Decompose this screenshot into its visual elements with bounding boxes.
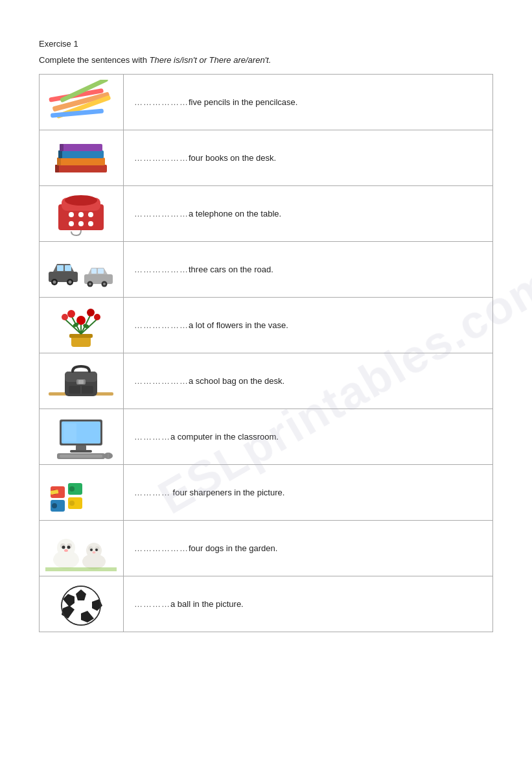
svg-rect-90 bbox=[45, 567, 117, 571]
svg-point-18 bbox=[88, 212, 93, 217]
svg-point-88 bbox=[95, 549, 98, 551]
svg-point-33 bbox=[89, 283, 91, 285]
image-cell-sharpeners bbox=[40, 465, 124, 521]
svg-rect-30 bbox=[91, 268, 97, 274]
svg-rect-59 bbox=[76, 445, 86, 451]
text-cell-2: ………………four books on the desk. bbox=[124, 130, 493, 186]
table-row: ………………a lot of flowers in the vase. bbox=[40, 298, 493, 353]
svg-rect-60 bbox=[70, 450, 92, 453]
dots-1: ……………… bbox=[134, 97, 189, 107]
dots-5: ……………… bbox=[134, 320, 189, 330]
text-cell-4: ………………three cars on the road. bbox=[124, 242, 493, 298]
image-cell-schoolbag bbox=[40, 353, 124, 409]
svg-point-45 bbox=[87, 309, 95, 316]
image-cell-pencils bbox=[40, 75, 124, 130]
dots-7: ………… bbox=[134, 432, 170, 442]
svg-point-20 bbox=[78, 221, 84, 226]
image-cell-telephone bbox=[40, 186, 124, 242]
table-row: ………………a telephone on the table. bbox=[40, 186, 493, 242]
svg-point-77 bbox=[57, 539, 75, 557]
dots-8: ………… bbox=[134, 488, 170, 497]
image-cell-dogs bbox=[40, 521, 124, 576]
svg-point-44 bbox=[67, 310, 75, 318]
image-cell-flowers bbox=[40, 298, 124, 353]
dots-2: ……………… bbox=[134, 153, 189, 163]
svg-point-19 bbox=[69, 221, 74, 226]
svg-point-15 bbox=[65, 195, 97, 206]
sentence-8: four sharpeners in the picture. bbox=[170, 488, 284, 497]
svg-rect-62 bbox=[60, 455, 102, 458]
dots-4: ……………… bbox=[134, 265, 189, 274]
text-cell-6: ………………a school bag on the desk. bbox=[124, 353, 493, 409]
table-row: ………………four dogs in the garden. bbox=[40, 521, 493, 576]
svg-rect-23 bbox=[57, 265, 64, 271]
svg-rect-6 bbox=[57, 158, 105, 165]
svg-point-70 bbox=[69, 486, 75, 492]
svg-point-46 bbox=[94, 314, 100, 320]
table-row: …………a computer in the classroom. bbox=[40, 409, 493, 465]
image-cell-books bbox=[40, 130, 124, 186]
instruction-prefix: Complete the sentences with bbox=[39, 55, 150, 65]
svg-rect-31 bbox=[98, 268, 104, 274]
text-cell-8: ………… four sharpeners in the picture. bbox=[124, 465, 493, 521]
text-cell-7: …………a computer in the classroom. bbox=[124, 409, 493, 465]
svg-rect-9 bbox=[55, 165, 59, 172]
sentence-10: a ball in the picture. bbox=[170, 599, 244, 609]
sentence-4: three cars on the road. bbox=[189, 265, 273, 274]
text-cell-3: ………………a telephone on the table. bbox=[124, 186, 493, 242]
dots-3: ……………… bbox=[134, 209, 189, 219]
table-row: ………………a school bag on the desk. bbox=[40, 353, 493, 409]
svg-point-87 bbox=[90, 549, 93, 551]
svg-rect-7 bbox=[58, 150, 104, 158]
svg-rect-8 bbox=[60, 144, 102, 151]
image-cell-cars bbox=[40, 242, 124, 298]
svg-rect-11 bbox=[58, 150, 62, 158]
svg-rect-10 bbox=[57, 158, 61, 165]
table-row: ………………four books on the desk. bbox=[40, 130, 493, 186]
svg-point-47 bbox=[62, 314, 68, 320]
svg-point-89 bbox=[93, 551, 96, 554]
sentence-2: four books on the desk. bbox=[189, 153, 276, 163]
svg-point-28 bbox=[69, 280, 72, 283]
svg-point-74 bbox=[69, 501, 75, 506]
text-cell-9: ………………four dogs in the garden. bbox=[124, 521, 493, 576]
svg-point-16 bbox=[69, 212, 74, 217]
dots-9: ……………… bbox=[134, 543, 189, 553]
text-cell-5: ………………a lot of flowers in the vase. bbox=[124, 298, 493, 353]
image-cell-computer bbox=[40, 409, 124, 465]
sentence-9: four dogs in the garden. bbox=[189, 543, 277, 553]
svg-rect-66 bbox=[64, 423, 76, 442]
text-cell-1: ………………five pencils in the pencilcase. bbox=[124, 75, 493, 130]
svg-point-81 bbox=[67, 545, 71, 549]
svg-rect-5 bbox=[55, 165, 107, 172]
svg-point-35 bbox=[103, 283, 106, 285]
svg-point-26 bbox=[53, 280, 56, 283]
svg-point-80 bbox=[62, 545, 65, 549]
table-row: ………………five pencils in the pencilcase. bbox=[40, 75, 493, 130]
table-row: …………a ball in the picture. bbox=[40, 576, 493, 632]
svg-point-72 bbox=[52, 503, 57, 508]
instruction: Complete the sentences with There is/isn… bbox=[39, 55, 493, 65]
table-row: ………… four sharpeners in the picture. bbox=[40, 465, 493, 521]
svg-rect-24 bbox=[65, 265, 71, 271]
svg-rect-37 bbox=[69, 334, 93, 338]
dots-10: ………… bbox=[134, 599, 170, 609]
table-row: ………………three cars on the road. bbox=[40, 242, 493, 298]
exercise-label: Exercise 1 bbox=[39, 39, 493, 49]
text-cell-10: …………a ball in the picture. bbox=[124, 576, 493, 632]
svg-rect-54 bbox=[78, 380, 84, 384]
svg-rect-12 bbox=[60, 144, 64, 151]
svg-point-17 bbox=[78, 212, 84, 217]
svg-point-84 bbox=[86, 543, 102, 558]
svg-point-82 bbox=[64, 549, 68, 552]
exercise-table: ………………five pencils in the pencilcase. bbox=[39, 74, 493, 632]
sentence-7: a computer in the classroom. bbox=[170, 432, 279, 442]
image-cell-ball bbox=[40, 576, 124, 632]
sentence-3: a telephone on the table. bbox=[189, 209, 281, 219]
instruction-italic: There is/isn't or There are/aren't. bbox=[150, 55, 272, 65]
sentence-5: a lot of flowers in the vase. bbox=[189, 320, 288, 330]
sentence-6: a school bag on the desk. bbox=[189, 376, 284, 386]
sentence-1: five pencils in the pencilcase. bbox=[189, 97, 297, 107]
dots-6: ……………… bbox=[134, 376, 189, 386]
svg-point-21 bbox=[88, 221, 93, 226]
